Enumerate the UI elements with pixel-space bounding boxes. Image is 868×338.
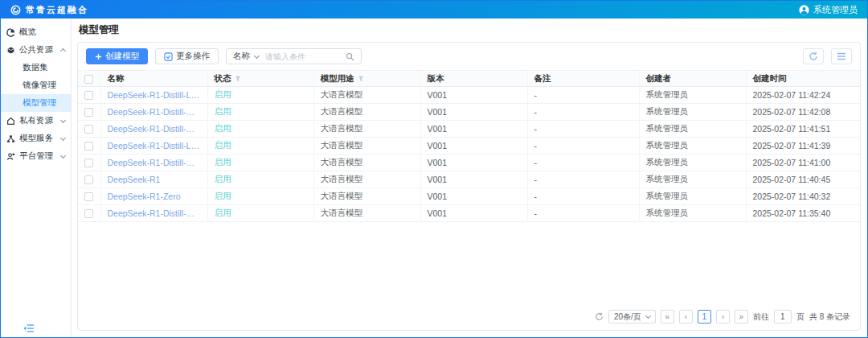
row-checkbox[interactable] <box>84 125 93 134</box>
last-page-button[interactable]: » <box>735 310 748 324</box>
more-actions-button[interactable]: 更多操作 <box>155 48 219 64</box>
header-creator: 创建者 <box>639 71 746 87</box>
page-title: 模型管理 <box>77 23 861 42</box>
row-checkbox[interactable] <box>84 91 93 100</box>
row-checkbox[interactable] <box>84 209 93 218</box>
refresh-button[interactable] <box>803 48 824 64</box>
header-name: 名称 <box>100 71 207 87</box>
remark-cell: - <box>527 155 639 171</box>
table-row: DeepSeek-R1-Distill-Qwen-1.5B 启用 大语言模型 V… <box>78 155 860 171</box>
goto-page-input[interactable]: 1 <box>774 310 792 324</box>
more-actions-label: 更多操作 <box>176 51 210 62</box>
select-all-checkbox[interactable] <box>84 75 93 84</box>
usage-cell: 大语言模型 <box>313 87 420 104</box>
row-checkbox[interactable] <box>84 108 93 117</box>
total-records: 共 8 条记录 <box>809 311 850 323</box>
creator-cell: 系统管理员 <box>639 205 746 222</box>
create-model-button[interactable]: 创建模型 <box>86 48 148 64</box>
row-checkbox[interactable] <box>84 142 93 150</box>
sidebar-item-datasets[interactable]: 数据集 <box>1 59 71 76</box>
remark-cell: - <box>527 104 639 121</box>
row-checkbox[interactable] <box>84 192 93 201</box>
select-all-cell <box>78 71 100 87</box>
model-name-link[interactable]: DeepSeek-R1-Distill-Qwen-14B <box>100 121 207 138</box>
model-name-link[interactable]: DeepSeek-R1-Distill-Llama-8B <box>100 138 207 155</box>
page-size-select[interactable]: 20条/页 <box>608 310 656 324</box>
row-checkbox[interactable] <box>84 159 93 167</box>
model-name-link[interactable]: DeepSeek-R1-Zero <box>100 188 207 205</box>
row-checkbox-cell <box>78 104 100 121</box>
version-cell: V001 <box>420 205 527 222</box>
brand-name: 常青云超融合 <box>26 4 88 16</box>
next-page-button[interactable]: › <box>716 310 730 324</box>
sidebar-item-label: 镜像管理 <box>23 80 65 91</box>
chevron-down-icon <box>645 313 651 319</box>
creator-cell: 系统管理员 <box>639 104 746 121</box>
chevron-up-icon <box>60 48 66 54</box>
creator-cell: 系统管理员 <box>639 138 746 155</box>
created-time-cell: 2025-02-07 11:41:39 <box>746 138 860 155</box>
search-field-select[interactable]: 名称 <box>227 51 265 62</box>
sidebar-item-image-management[interactable]: 镜像管理 <box>1 76 71 94</box>
created-time-cell: 2025-02-07 11:40:32 <box>746 188 860 205</box>
filter-icon[interactable] <box>358 76 364 82</box>
sidebar-item-label: 模型管理 <box>23 97 65 109</box>
pagination-refresh-icon[interactable] <box>595 312 604 321</box>
sidebar-item-model-management[interactable]: 模型管理 <box>1 94 71 112</box>
table-row: DeepSeek-R1-Distill-Qwen-7B 启用 大语言模型 V00… <box>78 205 860 222</box>
row-checkbox-cell <box>78 138 100 155</box>
status-text: 启用 <box>207 87 313 104</box>
search-group: 名称 <box>226 48 362 64</box>
remark-cell: - <box>527 138 639 155</box>
row-checkbox[interactable] <box>84 175 93 184</box>
brand-logo-icon <box>10 5 21 15</box>
status-text: 启用 <box>207 171 313 188</box>
dashboard-icon <box>6 28 15 37</box>
search-button[interactable] <box>339 52 361 61</box>
created-time-cell: 2025-02-07 11:41:00 <box>746 155 860 171</box>
model-name-link[interactable]: DeepSeek-R1 <box>100 171 207 188</box>
table-empty-space <box>78 222 860 305</box>
user-menu[interactable]: 系统管理员 <box>799 4 858 16</box>
page-size-value: 20条/页 <box>614 311 641 323</box>
sidebar-item-label: 私有资源 <box>19 115 57 126</box>
model-name-link[interactable]: DeepSeek-R1-Distill-Qwen-1.5B <box>100 155 207 171</box>
model-name-link[interactable]: DeepSeek-R1-Distill-Qwen-7B <box>100 205 207 222</box>
remark-cell: - <box>527 171 639 188</box>
sidebar-item-public-resources[interactable]: 公共资源 <box>1 41 71 59</box>
search-input[interactable] <box>265 52 339 61</box>
row-checkbox-cell <box>78 121 100 138</box>
models-table: 名称 状态 模型用途 版本 备注 创建者 创建时间 DeepSeek-R1-Di… <box>78 70 860 222</box>
usage-cell: 大语言模型 <box>313 121 420 138</box>
table-row: DeepSeek-R1-Distill-Qwen-14B 启用 大语言模型 V0… <box>78 121 860 138</box>
user-avatar-icon <box>799 5 809 15</box>
status-text: 启用 <box>207 188 313 205</box>
model-name-link[interactable]: DeepSeek-R1-Distill-Qwen-32B <box>100 104 207 121</box>
checked-box-icon <box>164 52 173 61</box>
first-page-button[interactable]: « <box>661 310 674 324</box>
usage-cell: 大语言模型 <box>313 155 420 171</box>
sidebar-item-private-resources[interactable]: 私有资源 <box>1 112 71 130</box>
search-icon <box>346 52 354 61</box>
filter-icon[interactable] <box>235 76 241 82</box>
creator-cell: 系统管理员 <box>639 155 746 171</box>
header-created: 创建时间 <box>746 71 860 87</box>
sidebar-item-overview[interactable]: 概览 <box>1 23 71 41</box>
menu-fold-icon <box>23 324 35 333</box>
model-name-link[interactable]: DeepSeek-R1-Distill-Llama-70B <box>100 87 207 104</box>
creator-cell: 系统管理员 <box>639 121 746 138</box>
version-cell: V001 <box>420 104 527 121</box>
sidebar-item-model-services[interactable]: 模型服务 <box>1 130 71 147</box>
row-checkbox-cell <box>78 171 100 188</box>
refresh-icon <box>809 52 818 61</box>
remark-cell: - <box>527 121 639 138</box>
current-page-button[interactable]: 1 <box>698 310 711 324</box>
sidebar-item-platform-management[interactable]: 平台管理 <box>1 147 71 165</box>
prev-page-button[interactable]: ‹ <box>679 310 693 324</box>
status-text: 启用 <box>207 104 313 121</box>
sidebar-collapse-button[interactable] <box>23 324 35 333</box>
usage-cell: 大语言模型 <box>313 171 420 188</box>
creator-cell: 系统管理员 <box>639 87 746 104</box>
column-settings-button[interactable] <box>831 48 852 64</box>
table-row: DeepSeek-R1-Distill-Llama-8B 启用 大语言模型 V0… <box>78 138 860 155</box>
